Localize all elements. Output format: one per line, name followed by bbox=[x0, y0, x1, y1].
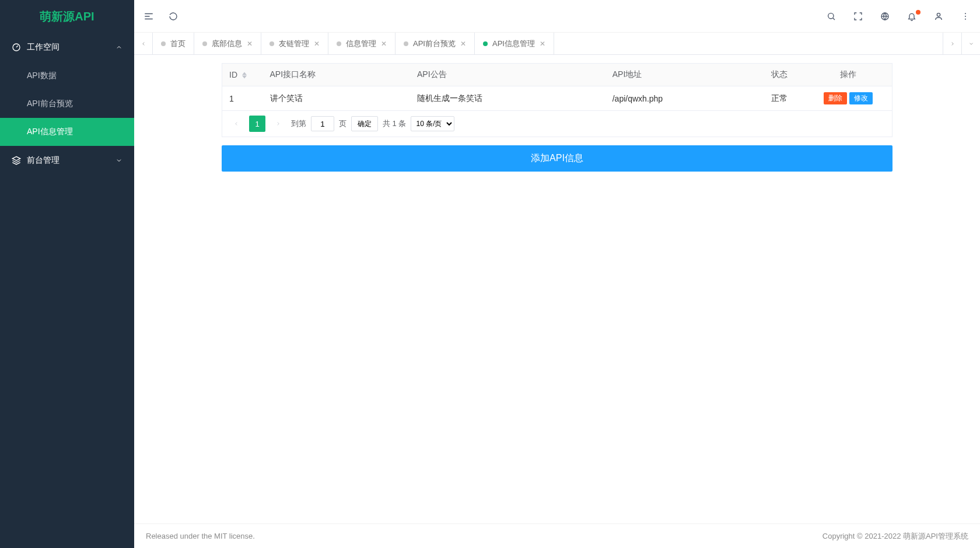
goto-suffix: 页 bbox=[339, 118, 346, 129]
search-icon[interactable] bbox=[826, 11, 836, 22]
sidebar-item-api-preview[interactable]: API前台预览 bbox=[0, 90, 134, 118]
close-icon[interactable]: ✕ bbox=[314, 40, 320, 48]
sidebar-group-label: 工作空间 bbox=[27, 42, 60, 53]
notification-dot bbox=[916, 10, 921, 15]
menu-toggle-icon[interactable] bbox=[144, 11, 154, 22]
prev-page-button[interactable] bbox=[228, 116, 244, 132]
globe-icon[interactable] bbox=[880, 11, 890, 22]
th-action: 操作 bbox=[805, 64, 892, 86]
tabs-scroll-left[interactable] bbox=[134, 33, 153, 54]
pagination: 1 到第 页 确定 共 1 条 10 条/页 bbox=[222, 111, 892, 137]
sidebar-group-frontend[interactable]: 前台管理 bbox=[0, 146, 134, 175]
goto-page-input[interactable] bbox=[311, 116, 334, 131]
tabs-dropdown[interactable] bbox=[961, 33, 980, 54]
tab-dot-icon bbox=[270, 41, 274, 46]
goto-prefix: 到第 bbox=[291, 118, 306, 129]
content: ID API接口名称 API公告 API地址 状态 操作 bbox=[134, 55, 980, 523]
edit-button[interactable]: 修改 bbox=[849, 92, 873, 104]
chevron-down-icon bbox=[116, 157, 123, 164]
th-status: 状态 bbox=[764, 64, 805, 86]
th-name: API接口名称 bbox=[263, 64, 410, 86]
chevron-up-icon bbox=[116, 44, 123, 51]
sidebar-item-api-data[interactable]: API数据 bbox=[0, 62, 134, 90]
user-icon[interactable] bbox=[933, 11, 944, 22]
api-table: ID API接口名称 API公告 API地址 状态 操作 bbox=[222, 63, 892, 111]
tab-api-info[interactable]: API信息管理 ✕ bbox=[475, 33, 554, 54]
tab-footer-info[interactable]: 底部信息 ✕ bbox=[194, 33, 261, 54]
close-icon[interactable]: ✕ bbox=[460, 40, 466, 48]
page-1-button[interactable]: 1 bbox=[249, 116, 265, 132]
footer: Released under the MIT license. Copyrigh… bbox=[134, 523, 980, 548]
sidebar: 萌新源API 工作空间 API数据 API前台预览 API信息管理 bbox=[0, 0, 134, 548]
main: 首页 底部信息 ✕ 友链管理 ✕ 信息管理 ✕ bbox=[134, 0, 980, 548]
total-count: 共 1 条 bbox=[383, 118, 406, 129]
cell-actions: 删除 修改 bbox=[805, 86, 892, 111]
svg-point-5 bbox=[828, 13, 834, 18]
cell-notice: 随机生成一条笑话 bbox=[410, 86, 606, 111]
tab-dot-icon bbox=[202, 41, 207, 46]
footer-left: Released under the MIT license. bbox=[146, 532, 255, 540]
tab-label: API信息管理 bbox=[492, 39, 535, 49]
tab-home[interactable]: 首页 bbox=[153, 33, 194, 54]
close-icon[interactable]: ✕ bbox=[540, 40, 545, 48]
tabs-list: 首页 底部信息 ✕ 友链管理 ✕ 信息管理 ✕ bbox=[153, 33, 943, 54]
sidebar-group-label: 前台管理 bbox=[27, 155, 60, 166]
close-icon[interactable]: ✕ bbox=[381, 40, 387, 48]
svg-line-6 bbox=[833, 18, 835, 19]
tab-label: 信息管理 bbox=[346, 39, 376, 49]
th-notice: API公告 bbox=[410, 64, 606, 86]
tab-dot-icon bbox=[404, 41, 408, 46]
tab-label: API前台预览 bbox=[413, 39, 456, 49]
tab-links[interactable]: 友链管理 ✕ bbox=[261, 33, 328, 54]
perpage-select[interactable]: 10 条/页 bbox=[411, 116, 454, 131]
layers-icon bbox=[12, 156, 21, 165]
sidebar-menu: 工作空间 API数据 API前台预览 API信息管理 前台管理 bbox=[0, 33, 134, 548]
tab-label: 底部信息 bbox=[212, 39, 242, 49]
svg-point-9 bbox=[937, 13, 940, 16]
sidebar-group-workspace[interactable]: 工作空间 bbox=[0, 33, 134, 62]
footer-link[interactable]: 萌新源API管理系统 bbox=[903, 532, 968, 540]
footer-right: Copyright © 2021-2022 萌新源API管理系统 bbox=[822, 531, 968, 542]
close-icon[interactable]: ✕ bbox=[247, 40, 253, 48]
sidebar-item-label: API信息管理 bbox=[27, 127, 73, 137]
svg-marker-13 bbox=[242, 72, 247, 75]
th-id[interactable]: ID bbox=[222, 64, 263, 86]
svg-point-12 bbox=[965, 18, 966, 19]
th-url: API地址 bbox=[606, 64, 764, 86]
svg-point-10 bbox=[965, 13, 966, 14]
tabs-scroll-right[interactable] bbox=[943, 33, 961, 54]
header bbox=[134, 0, 980, 33]
goto-confirm-button[interactable]: 确定 bbox=[351, 116, 378, 131]
tab-dot-icon bbox=[483, 41, 488, 46]
svg-point-11 bbox=[965, 16, 966, 17]
add-api-button[interactable]: 添加API信息 bbox=[222, 145, 892, 172]
sidebar-item-api-info[interactable]: API信息管理 bbox=[0, 118, 134, 146]
tab-dot-icon bbox=[337, 41, 341, 46]
table-header-row: ID API接口名称 API公告 API地址 状态 操作 bbox=[222, 64, 892, 86]
cell-id: 1 bbox=[222, 86, 263, 111]
logo: 萌新源API bbox=[0, 0, 134, 33]
tab-info-mgmt[interactable]: 信息管理 ✕ bbox=[328, 33, 396, 54]
sidebar-item-label: API前台预览 bbox=[27, 99, 73, 109]
tab-label: 首页 bbox=[170, 39, 186, 49]
cell-name: 讲个笑话 bbox=[263, 86, 410, 111]
fullscreen-icon[interactable] bbox=[853, 11, 863, 22]
delete-button[interactable]: 删除 bbox=[824, 92, 847, 104]
tab-dot-icon bbox=[161, 41, 166, 46]
tab-api-preview[interactable]: API前台预览 ✕ bbox=[396, 33, 475, 54]
svg-marker-14 bbox=[242, 76, 247, 79]
tabs-bar: 首页 底部信息 ✕ 友链管理 ✕ 信息管理 ✕ bbox=[134, 33, 980, 55]
cell-url: /api/qwxh.php bbox=[606, 86, 764, 111]
sort-icon bbox=[242, 72, 247, 79]
table-row: 1 讲个笑话 随机生成一条笑话 /api/qwxh.php 正常 删除 修改 bbox=[222, 86, 892, 111]
bell-icon[interactable] bbox=[907, 11, 917, 22]
svg-marker-1 bbox=[12, 156, 20, 160]
more-icon[interactable] bbox=[960, 11, 971, 22]
cell-status: 正常 bbox=[764, 86, 805, 111]
next-page-button[interactable] bbox=[270, 116, 286, 132]
sidebar-item-label: API数据 bbox=[27, 71, 57, 81]
dashboard-icon bbox=[12, 43, 21, 52]
tab-label: 友链管理 bbox=[279, 39, 309, 49]
refresh-icon[interactable] bbox=[168, 11, 178, 22]
